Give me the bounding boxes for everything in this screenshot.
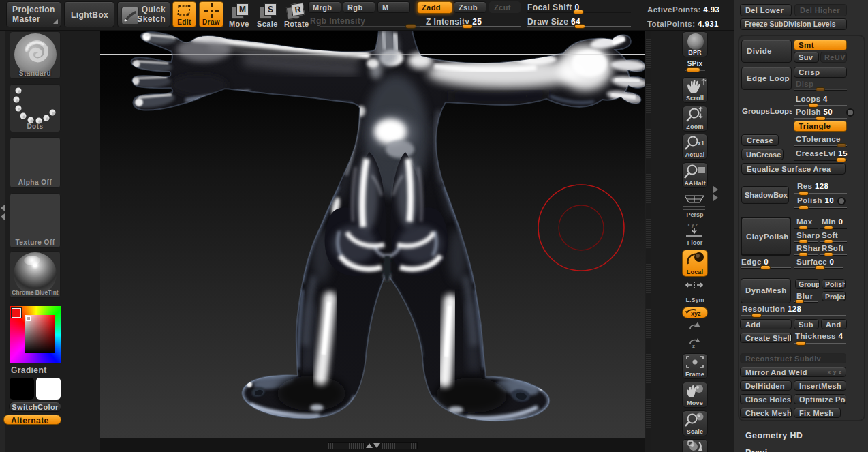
svg-text:x1: x1	[698, 140, 704, 147]
svg-text:x y z: x y z	[687, 222, 698, 228]
svg-text:xyz: xyz	[691, 310, 701, 317]
svg-text:z: z	[692, 343, 695, 349]
